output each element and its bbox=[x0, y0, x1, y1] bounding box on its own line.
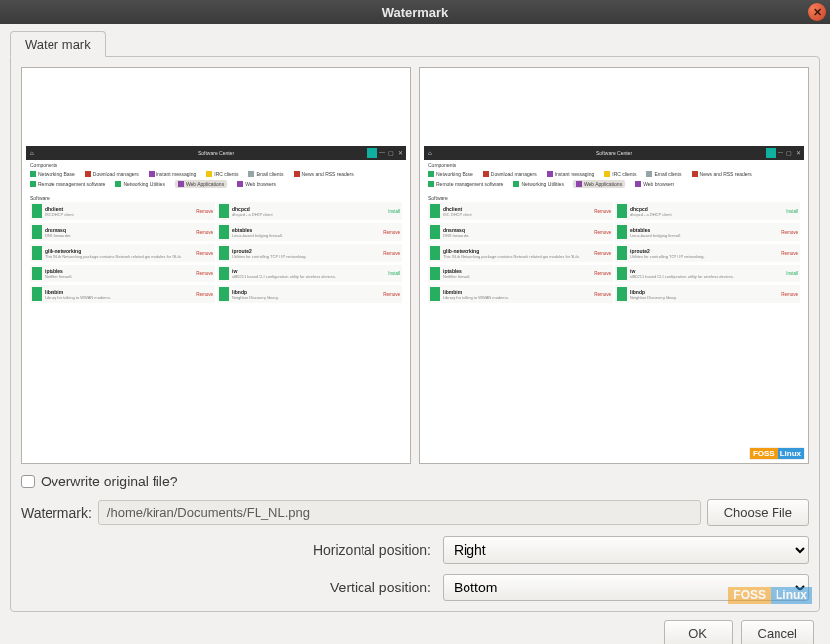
preview-original: ⌂Software Center—▢✕ComponentsNetworking … bbox=[21, 67, 411, 464]
search-icon bbox=[766, 148, 776, 158]
min-icon: — bbox=[378, 149, 386, 157]
watermark-path-row: Watermark: /home/kiran/Documents/FL_NL.p… bbox=[21, 499, 809, 526]
footer: OK Cancel bbox=[0, 620, 830, 644]
watermark-label: Watermark: bbox=[21, 505, 92, 521]
close-thumb-icon: ✕ bbox=[396, 149, 404, 157]
watermark-path-input[interactable]: /home/kiran/Documents/FL_NL.png bbox=[98, 500, 701, 525]
overwrite-row: Overwrite original file? bbox=[21, 474, 809, 489]
close-thumb-icon: ✕ bbox=[794, 149, 802, 157]
tab-strip: Water mark bbox=[0, 24, 830, 56]
wm-foss: FOSS bbox=[750, 448, 778, 459]
overwrite-checkbox[interactable] bbox=[21, 475, 35, 488]
previews: ⌂Software Center—▢✕ComponentsNetworking … bbox=[21, 67, 809, 464]
thumb-original: ⌂Software Center—▢✕ComponentsNetworking … bbox=[26, 146, 406, 366]
window-watermark: FOSS Linux bbox=[728, 587, 812, 604]
home-icon: ⌂ bbox=[428, 150, 432, 156]
preview-watermarked: ⌂Software Center—▢✕ComponentsNetworking … bbox=[419, 67, 809, 464]
cancel-button[interactable]: Cancel bbox=[741, 620, 814, 644]
thumb-watermarked: ⌂Software Center—▢✕ComponentsNetworking … bbox=[424, 146, 804, 366]
max-icon: ▢ bbox=[387, 149, 395, 157]
watermark-path-value: /home/kiran/Documents/FL_NL.png bbox=[107, 505, 310, 520]
content-frame: ⌂Software Center—▢✕ComponentsNetworking … bbox=[10, 56, 820, 612]
window-title: Watermark bbox=[382, 5, 449, 20]
vpos-label: Vertical position: bbox=[21, 580, 437, 595]
watermark-badge: FOSS Linux bbox=[750, 448, 804, 459]
vpos-row: Vertical position: Bottom bbox=[21, 574, 809, 601]
max-icon: ▢ bbox=[785, 149, 793, 157]
thumb-title: Software Center bbox=[596, 150, 632, 156]
hpos-select[interactable]: Right bbox=[443, 536, 809, 564]
choose-file-button[interactable]: Choose File bbox=[707, 499, 809, 526]
hpos-row: Horizontal position: Right bbox=[21, 536, 809, 564]
title-bar: Watermark ✕ bbox=[0, 0, 830, 24]
thumb-title: Software Center bbox=[198, 150, 234, 156]
hpos-label: Horizontal position: bbox=[21, 542, 437, 558]
home-icon: ⌂ bbox=[30, 150, 34, 156]
close-icon[interactable]: ✕ bbox=[808, 3, 826, 21]
min-icon: — bbox=[777, 149, 784, 157]
overwrite-label: Overwrite original file? bbox=[41, 474, 178, 489]
tab-watermark[interactable]: Water mark bbox=[10, 31, 106, 57]
tab-label: Water mark bbox=[25, 37, 91, 52]
ok-button[interactable]: OK bbox=[664, 620, 733, 644]
search-icon bbox=[367, 148, 377, 158]
wm-linux: Linux bbox=[778, 448, 804, 459]
